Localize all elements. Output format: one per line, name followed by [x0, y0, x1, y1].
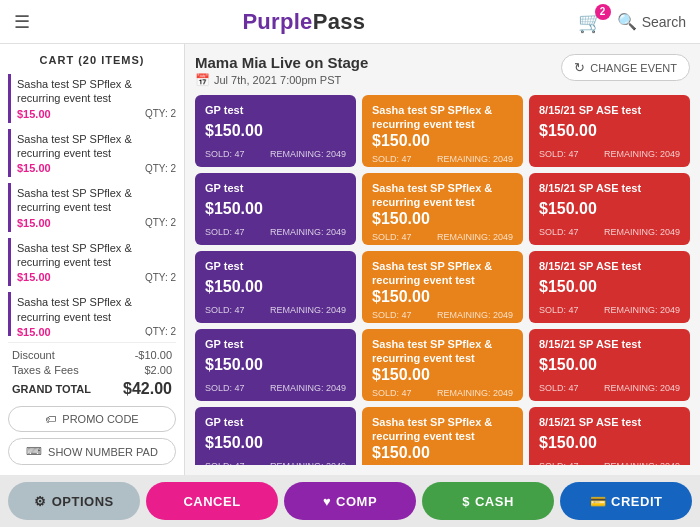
event-header: Mama Mia Live on Stage 📅 Jul 7th, 2021 7… [195, 54, 690, 87]
cart-item-price: $15.00 [17, 108, 51, 120]
ticket-sold: SOLD: 47 [539, 149, 579, 159]
ticket-card[interactable]: GP test $150.00 SOLD: 47 REMAINING: 2049 [195, 95, 356, 167]
show-numpad-button[interactable]: ⌨ SHOW NUMBER PAD [8, 438, 176, 465]
cart-panel: CART (20 ITEMS) Sasha test SP SPflex & r… [0, 44, 185, 475]
taxes-row: Taxes & Fees $2.00 [12, 364, 172, 376]
grand-total-row: GRAND TOTAL $42.00 [12, 380, 172, 398]
ticket-card[interactable]: 8/15/21 SP ASE test $150.00 SOLD: 47 REM… [529, 329, 690, 401]
ticket-card[interactable]: 8/15/21 SP ASE test $150.00 SOLD: 47 REM… [529, 95, 690, 167]
ticket-price: $150.00 [205, 200, 346, 218]
cart-item-name: Sasha test SP SPflex & recurring event t… [17, 186, 176, 215]
ticket-name: GP test [205, 181, 346, 195]
cart-item-qty: QTY: 2 [145, 217, 176, 228]
main-layout: CART (20 ITEMS) Sasha test SP SPflex & r… [0, 44, 700, 475]
promo-code-button[interactable]: 🏷 PROMO CODE [8, 406, 176, 432]
discount-value: -$10.00 [135, 349, 172, 361]
ticket-remaining: REMAINING: 2049 [437, 232, 513, 242]
ticket-card[interactable]: Sasha test SP SPflex & recurring event t… [362, 407, 523, 465]
ticket-card[interactable]: GP test $150.00 SOLD: 47 REMAINING: 2049 [195, 329, 356, 401]
ticket-card[interactable]: 8/15/21 SP ASE test $150.00 SOLD: 47 REM… [529, 251, 690, 323]
cart-item-qty: QTY: 2 [145, 108, 176, 119]
cart-item[interactable]: Sasha test SP SPflex & recurring event t… [8, 183, 176, 232]
ticket-card[interactable]: Sasha test SP SPflex & recurring event t… [362, 95, 523, 167]
ticket-sold: SOLD: 47 [372, 232, 412, 242]
cart-item-qty: QTY: 2 [145, 272, 176, 283]
ticket-price: $150.00 [539, 356, 680, 374]
cart-badge: 2 [595, 4, 611, 20]
ticket-card[interactable]: GP test $150.00 SOLD: 47 REMAINING: 2049 [195, 173, 356, 245]
ticket-sold: SOLD: 47 [205, 461, 245, 465]
taxes-label: Taxes & Fees [12, 364, 79, 376]
ticket-price: $150.00 [205, 356, 346, 374]
ticket-card[interactable]: Sasha test SP SPflex & recurring event t… [362, 329, 523, 401]
search-label: Search [642, 14, 686, 30]
change-event-button[interactable]: ↻ CHANGE EVENT [561, 54, 690, 81]
cart-item-price-row: $15.00 QTY: 2 [17, 271, 176, 283]
credit-icon: 💳 [590, 494, 607, 509]
ticket-remaining: REMAINING: 2049 [604, 227, 680, 237]
ticket-stats: SOLD: 47 REMAINING: 2049 [539, 461, 680, 465]
credit-button[interactable]: 💳 CREDIT [560, 482, 692, 520]
cancel-button[interactable]: CANCEL [146, 482, 278, 520]
ticket-price: $150.00 [539, 278, 680, 296]
ticket-card[interactable]: 8/15/21 SP ASE test $150.00 SOLD: 47 REM… [529, 407, 690, 465]
ticket-name: GP test [205, 415, 346, 429]
ticket-name: 8/15/21 SP ASE test [539, 337, 680, 351]
cart-item[interactable]: Sasha test SP SPflex & recurring event t… [8, 129, 176, 178]
options-button[interactable]: ⚙ OPTIONS [8, 482, 140, 520]
ticket-remaining: REMAINING: 2049 [270, 383, 346, 393]
comp-label: COMP [336, 494, 377, 509]
change-event-label: CHANGE EVENT [590, 62, 677, 74]
ticket-name: 8/15/21 SP ASE test [539, 415, 680, 429]
ticket-price: $150.00 [539, 200, 680, 218]
bottom-bar: ⚙ OPTIONS CANCEL ♥ COMP $ CASH 💳 CREDIT [0, 475, 700, 527]
taxes-value: $2.00 [144, 364, 172, 376]
ticket-card[interactable]: GP test $150.00 SOLD: 47 REMAINING: 2049 [195, 407, 356, 465]
search-button[interactable]: 🔍 Search [617, 12, 686, 31]
ticket-remaining: REMAINING: 2049 [604, 149, 680, 159]
cart-items-list: Sasha test SP SPflex & recurring event t… [8, 74, 176, 336]
event-date: 📅 Jul 7th, 2021 7:00pm PST [195, 73, 368, 87]
hamburger-icon[interactable]: ☰ [14, 11, 30, 33]
cart-item-name: Sasha test SP SPflex & recurring event t… [17, 295, 176, 324]
ticket-card[interactable]: Sasha test SP SPflex & recurring event t… [362, 251, 523, 323]
ticket-remaining: REMAINING: 2049 [437, 154, 513, 164]
cash-label: CASH [475, 494, 514, 509]
cart-item[interactable]: Sasha test SP SPflex & recurring event t… [8, 74, 176, 123]
ticket-price: $150.00 [539, 122, 680, 140]
cart-icon-wrap[interactable]: 🛒 2 [578, 10, 603, 34]
ticket-name: GP test [205, 103, 346, 117]
ticket-sold: SOLD: 47 [372, 388, 412, 398]
cart-item-price: $15.00 [17, 217, 51, 229]
right-panel: Mama Mia Live on Stage 📅 Jul 7th, 2021 7… [185, 44, 700, 475]
cancel-label: CANCEL [183, 494, 240, 509]
event-info: Mama Mia Live on Stage 📅 Jul 7th, 2021 7… [195, 54, 368, 87]
ticket-name: 8/15/21 SP ASE test [539, 103, 680, 117]
ticket-remaining: REMAINING: 2049 [270, 227, 346, 237]
cart-item-price-row: $15.00 QTY: 2 [17, 108, 176, 120]
cash-button[interactable]: $ CASH [422, 482, 554, 520]
ticket-card[interactable]: GP test $150.00 SOLD: 47 REMAINING: 2049 [195, 251, 356, 323]
cart-divider [8, 342, 176, 343]
ticket-price: $150.00 [372, 288, 513, 306]
ticket-stats: SOLD: 47 REMAINING: 2049 [372, 388, 513, 398]
comp-button[interactable]: ♥ COMP [284, 482, 416, 520]
ticket-remaining: REMAINING: 2049 [437, 310, 513, 320]
cart-item[interactable]: Sasha test SP SPflex & recurring event t… [8, 292, 176, 336]
ticket-stats: SOLD: 47 REMAINING: 2049 [539, 149, 680, 159]
numpad-label: SHOW NUMBER PAD [48, 446, 158, 458]
cart-item-price: $15.00 [17, 271, 51, 283]
options-label: OPTIONS [52, 494, 114, 509]
ticket-name: 8/15/21 SP ASE test [539, 181, 680, 195]
ticket-card[interactable]: 8/15/21 SP ASE test $150.00 SOLD: 47 REM… [529, 173, 690, 245]
cart-item-price: $15.00 [17, 162, 51, 174]
dollar-icon: $ [462, 494, 470, 509]
ticket-stats: SOLD: 47 REMAINING: 2049 [372, 310, 513, 320]
event-name: Mama Mia Live on Stage [195, 54, 368, 71]
ticket-sold: SOLD: 47 [539, 227, 579, 237]
options-icon: ⚙ [34, 494, 47, 509]
cart-item-name: Sasha test SP SPflex & recurring event t… [17, 241, 176, 270]
ticket-card[interactable]: Sasha test SP SPflex & recurring event t… [362, 173, 523, 245]
cart-item[interactable]: Sasha test SP SPflex & recurring event t… [8, 238, 176, 287]
ticket-remaining: REMAINING: 2049 [437, 388, 513, 398]
